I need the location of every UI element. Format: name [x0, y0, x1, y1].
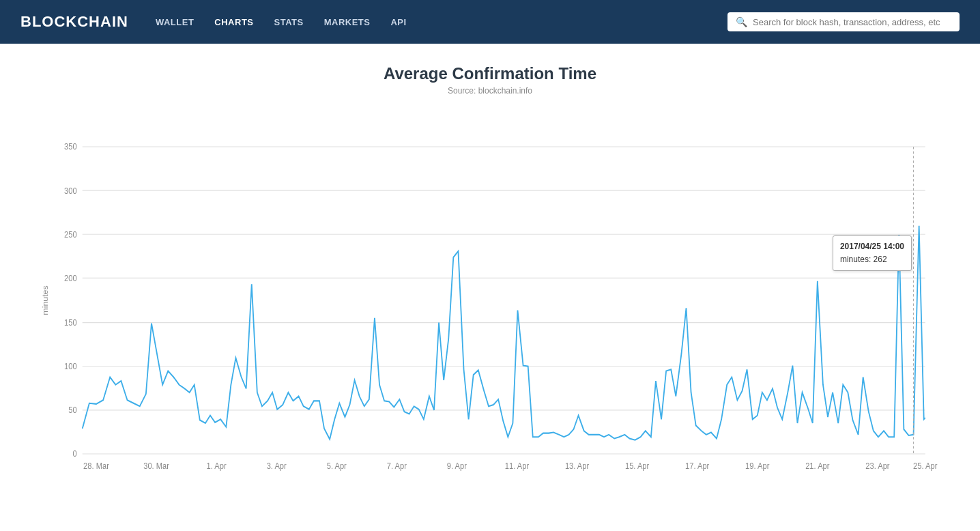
nav-api[interactable]: API: [390, 17, 406, 27]
main-page: Average Confirmation Time Source: blockc…: [0, 44, 980, 531]
nav-charts[interactable]: CHARTS: [214, 17, 253, 27]
y-tick-350: 350: [64, 142, 77, 152]
chart-line: [83, 226, 925, 440]
x-label-3: 3. Apr: [267, 461, 287, 471]
x-label-10: 17. Apr: [685, 461, 709, 471]
x-label-0: 28. Mar: [83, 461, 109, 471]
search-icon: 🔍: [736, 16, 747, 27]
chart-container: 2017/04/25 14:00 minutes: 262 minutes 35…: [41, 116, 939, 485]
y-tick-150: 150: [64, 318, 77, 328]
x-label-4: 5. Apr: [327, 461, 347, 471]
x-label-1: 30. Mar: [143, 461, 169, 471]
search-box: 🔍: [727, 12, 960, 31]
logo: BLOCKCHAIN: [20, 13, 128, 31]
x-label-7: 11. Apr: [505, 461, 529, 471]
nav-wallet[interactable]: WALLET: [156, 17, 194, 27]
nav: WALLET CHARTS STATS MARKETS API: [156, 17, 700, 27]
x-label-14: 25. Apr: [913, 461, 937, 471]
x-label-2: 1. Apr: [207, 461, 227, 471]
y-tick-250: 250: [64, 229, 77, 239]
x-label-12: 21. Apr: [805, 461, 829, 471]
y-tick-100: 100: [64, 362, 77, 371]
x-label-9: 15. Apr: [625, 461, 649, 471]
y-tick-50: 50: [68, 405, 77, 415]
chart-title: Average Confirmation Time: [41, 64, 939, 83]
nav-markets[interactable]: MARKETS: [324, 17, 371, 27]
y-tick-0: 0: [72, 449, 77, 459]
header: BLOCKCHAIN WALLET CHARTS STATS MARKETS A…: [0, 0, 980, 44]
chart-svg: minutes 350 300 250 200 150 100: [41, 116, 939, 485]
search-input[interactable]: [753, 17, 951, 27]
chart-source: Source: blockchain.info: [41, 86, 939, 96]
x-label-5: 7. Apr: [387, 461, 407, 471]
y-axis-label: minutes: [41, 285, 49, 315]
x-label-11: 19. Apr: [745, 461, 769, 471]
y-tick-300: 300: [64, 186, 77, 195]
x-label-13: 23. Apr: [865, 461, 889, 471]
y-tick-200: 200: [64, 273, 77, 283]
x-label-6: 9. Apr: [447, 461, 467, 471]
nav-stats[interactable]: STATS: [274, 17, 304, 27]
x-label-8: 13. Apr: [565, 461, 589, 471]
